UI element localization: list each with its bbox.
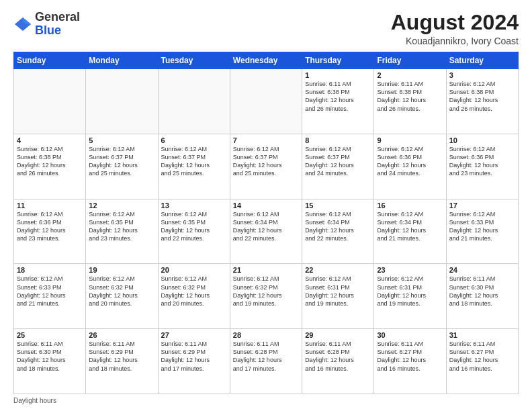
day-info: Sunrise: 6:12 AM Sunset: 6:32 PM Dayligh… bbox=[89, 275, 154, 308]
day-info: Sunrise: 6:12 AM Sunset: 6:35 PM Dayligh… bbox=[161, 210, 227, 243]
day-info: Sunrise: 6:11 AM Sunset: 6:29 PM Dayligh… bbox=[161, 340, 227, 373]
calendar-cell: 10Sunrise: 6:12 AM Sunset: 6:36 PM Dayli… bbox=[446, 134, 518, 199]
col-header-friday: Friday bbox=[374, 52, 446, 69]
calendar-cell: 18Sunrise: 6:12 AM Sunset: 6:33 PM Dayli… bbox=[14, 264, 86, 329]
page: General Blue August 2024 Kouadjannikro, … bbox=[0, 0, 532, 411]
location: Kouadjannikro, Ivory Coast bbox=[391, 36, 519, 46]
day-info: Sunrise: 6:12 AM Sunset: 6:38 PM Dayligh… bbox=[449, 80, 515, 113]
day-number: 3 bbox=[449, 71, 515, 79]
calendar-week-1: 1Sunrise: 6:11 AM Sunset: 6:38 PM Daylig… bbox=[14, 69, 519, 134]
calendar-cell bbox=[230, 69, 302, 134]
calendar-cell: 3Sunrise: 6:12 AM Sunset: 6:38 PM Daylig… bbox=[446, 69, 518, 134]
calendar-cell: 29Sunrise: 6:11 AM Sunset: 6:28 PM Dayli… bbox=[302, 329, 374, 394]
col-header-thursday: Thursday bbox=[302, 52, 374, 69]
day-number: 27 bbox=[161, 331, 227, 339]
day-info: Sunrise: 6:11 AM Sunset: 6:38 PM Dayligh… bbox=[305, 80, 371, 113]
day-info: Sunrise: 6:12 AM Sunset: 6:37 PM Dayligh… bbox=[305, 145, 371, 178]
calendar-cell: 6Sunrise: 6:12 AM Sunset: 6:37 PM Daylig… bbox=[158, 134, 230, 199]
header: General Blue August 2024 Kouadjannikro, … bbox=[13, 11, 519, 46]
day-number: 7 bbox=[233, 136, 299, 144]
logo-text: General Blue bbox=[35, 11, 80, 38]
day-info: Sunrise: 6:11 AM Sunset: 6:30 PM Dayligh… bbox=[449, 275, 515, 308]
day-info: Sunrise: 6:11 AM Sunset: 6:27 PM Dayligh… bbox=[377, 340, 443, 373]
calendar-week-3: 11Sunrise: 6:12 AM Sunset: 6:36 PM Dayli… bbox=[14, 199, 519, 264]
calendar-cell: 19Sunrise: 6:12 AM Sunset: 6:32 PM Dayli… bbox=[86, 264, 158, 329]
day-info: Sunrise: 6:12 AM Sunset: 6:34 PM Dayligh… bbox=[233, 210, 299, 243]
day-number: 22 bbox=[305, 266, 371, 274]
calendar-week-2: 4Sunrise: 6:12 AM Sunset: 6:38 PM Daylig… bbox=[14, 134, 519, 199]
day-info: Sunrise: 6:11 AM Sunset: 6:28 PM Dayligh… bbox=[305, 340, 371, 373]
day-number: 25 bbox=[17, 331, 83, 339]
calendar-cell: 12Sunrise: 6:12 AM Sunset: 6:35 PM Dayli… bbox=[86, 199, 158, 264]
calendar-cell: 14Sunrise: 6:12 AM Sunset: 6:34 PM Dayli… bbox=[230, 199, 302, 264]
month-year: August 2024 bbox=[391, 11, 519, 34]
calendar-cell bbox=[158, 69, 230, 134]
day-number: 20 bbox=[161, 266, 227, 274]
calendar-cell: 9Sunrise: 6:12 AM Sunset: 6:36 PM Daylig… bbox=[374, 134, 446, 199]
day-number: 11 bbox=[17, 201, 83, 210]
day-info: Sunrise: 6:12 AM Sunset: 6:37 PM Dayligh… bbox=[161, 145, 227, 178]
day-info: Sunrise: 6:12 AM Sunset: 6:36 PM Dayligh… bbox=[377, 145, 443, 178]
calendar-cell: 31Sunrise: 6:11 AM Sunset: 6:27 PM Dayli… bbox=[446, 329, 518, 394]
day-info: Sunrise: 6:12 AM Sunset: 6:33 PM Dayligh… bbox=[17, 275, 83, 308]
day-info: Sunrise: 6:11 AM Sunset: 6:30 PM Dayligh… bbox=[17, 340, 83, 373]
calendar-cell: 13Sunrise: 6:12 AM Sunset: 6:35 PM Dayli… bbox=[158, 199, 230, 264]
day-number: 24 bbox=[449, 266, 515, 274]
day-number: 28 bbox=[233, 331, 299, 339]
calendar-cell bbox=[86, 69, 158, 134]
day-number: 29 bbox=[305, 331, 371, 339]
day-number: 21 bbox=[233, 266, 299, 274]
day-info: Sunrise: 6:12 AM Sunset: 6:37 PM Dayligh… bbox=[233, 145, 299, 178]
calendar-cell: 22Sunrise: 6:12 AM Sunset: 6:31 PM Dayli… bbox=[302, 264, 374, 329]
calendar-cell: 25Sunrise: 6:11 AM Sunset: 6:30 PM Dayli… bbox=[14, 329, 86, 394]
day-number: 18 bbox=[17, 266, 83, 274]
day-number: 5 bbox=[89, 136, 154, 144]
day-info: Sunrise: 6:12 AM Sunset: 6:36 PM Dayligh… bbox=[449, 145, 515, 178]
day-number: 4 bbox=[17, 136, 83, 144]
calendar-cell: 5Sunrise: 6:12 AM Sunset: 6:37 PM Daylig… bbox=[86, 134, 158, 199]
day-info: Sunrise: 6:12 AM Sunset: 6:38 PM Dayligh… bbox=[17, 145, 83, 178]
day-info: Sunrise: 6:12 AM Sunset: 6:32 PM Dayligh… bbox=[161, 275, 227, 308]
day-info: Sunrise: 6:12 AM Sunset: 6:31 PM Dayligh… bbox=[377, 275, 443, 308]
calendar-cell: 28Sunrise: 6:11 AM Sunset: 6:28 PM Dayli… bbox=[230, 329, 302, 394]
calendar-week-5: 25Sunrise: 6:11 AM Sunset: 6:30 PM Dayli… bbox=[14, 329, 519, 394]
logo: General Blue bbox=[13, 11, 80, 38]
day-number: 9 bbox=[377, 136, 443, 144]
day-info: Sunrise: 6:11 AM Sunset: 6:28 PM Dayligh… bbox=[233, 340, 299, 373]
day-number: 6 bbox=[161, 136, 227, 144]
day-number: 8 bbox=[305, 136, 371, 144]
calendar-cell: 11Sunrise: 6:12 AM Sunset: 6:36 PM Dayli… bbox=[14, 199, 86, 264]
calendar-cell: 15Sunrise: 6:12 AM Sunset: 6:34 PM Dayli… bbox=[302, 199, 374, 264]
col-header-saturday: Saturday bbox=[446, 52, 518, 69]
day-info: Sunrise: 6:12 AM Sunset: 6:35 PM Dayligh… bbox=[89, 210, 154, 243]
calendar-cell: 16Sunrise: 6:12 AM Sunset: 6:34 PM Dayli… bbox=[374, 199, 446, 264]
calendar-cell bbox=[14, 69, 86, 134]
calendar-cell: 30Sunrise: 6:11 AM Sunset: 6:27 PM Dayli… bbox=[374, 329, 446, 394]
calendar-cell: 23Sunrise: 6:12 AM Sunset: 6:31 PM Dayli… bbox=[374, 264, 446, 329]
day-info: Sunrise: 6:12 AM Sunset: 6:36 PM Dayligh… bbox=[17, 210, 83, 243]
day-number: 26 bbox=[89, 331, 154, 339]
day-info: Sunrise: 6:11 AM Sunset: 6:29 PM Dayligh… bbox=[89, 340, 154, 373]
title-block: August 2024 Kouadjannikro, Ivory Coast bbox=[391, 11, 519, 46]
day-info: Sunrise: 6:11 AM Sunset: 6:27 PM Dayligh… bbox=[449, 340, 515, 373]
col-header-wednesday: Wednesday bbox=[230, 52, 302, 69]
calendar-cell: 21Sunrise: 6:12 AM Sunset: 6:32 PM Dayli… bbox=[230, 264, 302, 329]
calendar-cell: 7Sunrise: 6:12 AM Sunset: 6:37 PM Daylig… bbox=[230, 134, 302, 199]
calendar-cell: 1Sunrise: 6:11 AM Sunset: 6:38 PM Daylig… bbox=[302, 69, 374, 134]
calendar-cell: 8Sunrise: 6:12 AM Sunset: 6:37 PM Daylig… bbox=[302, 134, 374, 199]
calendar-table: SundayMondayTuesdayWednesdayThursdayFrid… bbox=[13, 52, 519, 394]
calendar-cell: 24Sunrise: 6:11 AM Sunset: 6:30 PM Dayli… bbox=[446, 264, 518, 329]
calendar-cell: 2Sunrise: 6:11 AM Sunset: 6:38 PM Daylig… bbox=[374, 69, 446, 134]
day-number: 16 bbox=[377, 201, 443, 210]
day-number: 14 bbox=[233, 201, 299, 210]
day-number: 1 bbox=[305, 71, 371, 79]
day-number: 17 bbox=[449, 201, 515, 210]
day-number: 31 bbox=[449, 331, 515, 339]
day-number: 12 bbox=[89, 201, 154, 210]
day-number: 30 bbox=[377, 331, 443, 339]
calendar-cell: 26Sunrise: 6:11 AM Sunset: 6:29 PM Dayli… bbox=[86, 329, 158, 394]
day-number: 15 bbox=[305, 201, 371, 210]
calendar-cell: 4Sunrise: 6:12 AM Sunset: 6:38 PM Daylig… bbox=[14, 134, 86, 199]
day-number: 2 bbox=[377, 71, 443, 79]
calendar-cell: 27Sunrise: 6:11 AM Sunset: 6:29 PM Dayli… bbox=[158, 329, 230, 394]
